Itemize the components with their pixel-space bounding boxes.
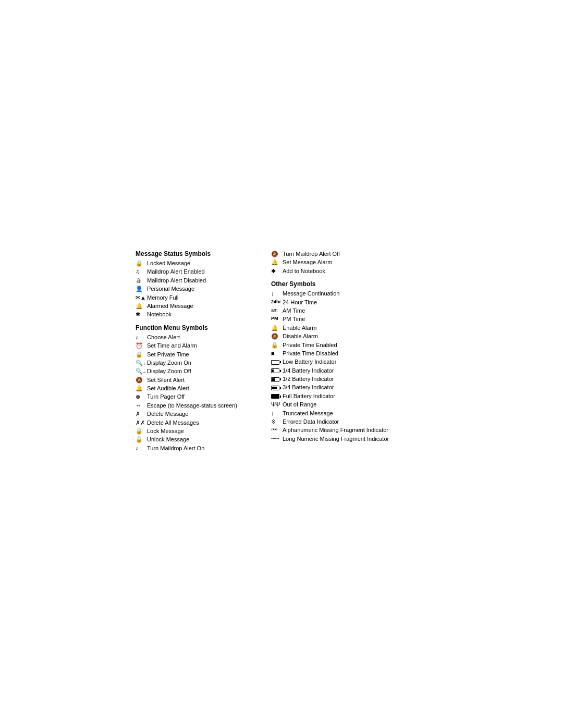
- set-audible-alert-icon: 🔔: [136, 385, 147, 392]
- full-battery-label: Full Battery Indicator: [283, 392, 335, 400]
- maildrop-on-icon: ♪: [136, 445, 147, 452]
- unlock-msg-icon: 🔓: [136, 436, 147, 443]
- three-quarter-battery-icon: [271, 384, 283, 391]
- right-top-list: 🔕 Turn Maildrop Alert Off 🔔 Set Message …: [271, 250, 389, 275]
- list-item: ΨΨ Out of Range: [271, 401, 389, 409]
- list-item: ※ Errored Data Indicator: [271, 418, 389, 426]
- alarmed-msg-icon: 🔔: [136, 302, 147, 310]
- batt-three-shape: [271, 386, 279, 390]
- full-battery-icon: [271, 392, 283, 400]
- list-item: 🔕 Turn Maildrop Alert Off: [271, 250, 389, 258]
- set-audible-alert-label: Set Audible Alert: [147, 385, 189, 392]
- display-zoom-on-label: Display Zoom On: [147, 359, 191, 367]
- list-item: am AM Time: [271, 307, 389, 315]
- long-numeric-missing-icon: ------: [271, 435, 283, 442]
- batt-half-shape: [271, 377, 279, 382]
- list-item: ↓ Message Continuation: [271, 290, 389, 298]
- message-status-list: 🔒 Locked Message ♫ Maildrop Alert Enable…: [136, 260, 250, 319]
- list-item: 🔍₋ Display Zoom Off: [136, 367, 250, 375]
- quarter-battery-icon: [271, 367, 283, 375]
- set-private-time-icon: 🔒: [136, 351, 147, 359]
- list-item: Full Battery Indicator: [271, 392, 389, 400]
- truncated-msg-icon: ↓: [271, 410, 283, 417]
- list-item: ⊗ Turn Pager Off: [136, 393, 250, 401]
- list-item: ⏰ Set Time and Alarm: [136, 342, 250, 350]
- notebook-label: Notebook: [147, 311, 172, 318]
- escape-icon: ↔: [136, 402, 147, 410]
- long-numeric-missing-label: Long Numeric Missing Fragment Indicator: [283, 435, 389, 443]
- private-time-disabled-label: Private Time Disabled: [283, 350, 338, 357]
- content-columns: Message Status Symbols 🔒 Locked Message …: [136, 250, 389, 455]
- function-menu-title: Function Menu Symbols: [136, 324, 250, 331]
- list-item: 🔒 Locked Message: [136, 260, 250, 267]
- out-of-range-icon: ΨΨ: [271, 401, 283, 409]
- set-time-alarm-label: Set Time and Alarm: [147, 342, 197, 350]
- personal-msg-label: Personal Message: [147, 285, 194, 293]
- truncated-msg-label: Truncated Message: [283, 410, 333, 417]
- unlock-msg-label: Unlock Message: [147, 436, 189, 443]
- notebook-icon: ✱: [136, 311, 147, 318]
- list-item: ■ Private Time Disabled: [271, 350, 389, 357]
- list-item: 24hr 24 Hour Time: [271, 299, 389, 306]
- memory-full-label: Memory Full: [147, 294, 179, 302]
- delete-msg-icon: ✗: [136, 410, 147, 418]
- list-item: 🔍₊ Display Zoom On: [136, 359, 250, 367]
- out-of-range-label: Out of Range: [283, 401, 316, 409]
- list-item: 🔔 Enable Alarm: [271, 324, 389, 332]
- set-silent-alert-icon: 🔕: [136, 376, 147, 384]
- maildrop-off-label: Turn Maildrop Alert Off: [283, 250, 340, 258]
- locked-msg-label: Locked Message: [147, 260, 190, 267]
- list-item: ------ Long Numeric Missing Fragment Ind…: [271, 435, 389, 443]
- maildrop-alert-off-label: Maildrop Alert Disabled: [147, 277, 206, 285]
- list-item: 🔕 Disable Alarm: [271, 332, 389, 340]
- list-item: Low Battery Indicator: [271, 358, 389, 366]
- maildrop-alert-off-icon: ♫̶: [136, 277, 147, 285]
- list-item: ✗✗ Delete All Messages: [136, 419, 250, 427]
- other-symbols-list: ↓ Message Continuation 24hr 24 Hour Time…: [271, 290, 389, 443]
- list-item: ♫ Maildrop Alert Enabled: [136, 268, 250, 276]
- add-notebook-icon: ✱: [271, 267, 283, 275]
- 24hr-icon: 24hr: [271, 299, 283, 305]
- list-item: ↓ Truncated Message: [271, 410, 389, 417]
- batt-empty-shape: [271, 360, 279, 365]
- display-zoom-on-icon: 🔍₊: [136, 359, 147, 367]
- delete-all-label: Delete All Messages: [147, 419, 199, 427]
- quarter-battery-label: 1/4 Battery Indicator: [283, 367, 334, 375]
- list-item: PM PM Time: [271, 315, 389, 323]
- list-item: 🔔 Alarmed Message: [136, 302, 250, 310]
- alarmed-msg-label: Alarmed Message: [147, 302, 193, 310]
- batt-full-shape: [271, 394, 279, 399]
- turn-pager-off-label: Turn Pager Off: [147, 393, 185, 401]
- list-item: ‹••› Alphanumeric Missing Fragment Indic…: [271, 426, 389, 434]
- pm-time-label: PM Time: [283, 315, 305, 323]
- alphanum-missing-label: Alphanumeric Missing Fragment Indicator: [283, 426, 388, 434]
- page: Message Status Symbols 🔒 Locked Message …: [0, 0, 563, 728]
- list-item: 1/4 Battery Indicator: [271, 367, 389, 375]
- set-time-alarm-icon: ⏰: [136, 342, 147, 350]
- batt-quarter-shape: [271, 368, 279, 373]
- list-item: 🔔 Set Message Alarm: [271, 258, 389, 266]
- choose-alert-icon: ♪: [136, 334, 147, 341]
- 24hr-label: 24 Hour Time: [283, 299, 317, 306]
- list-item: ♪ Turn Maildrop Alert On: [136, 445, 250, 452]
- function-menu-list: ♪ Choose Alert ⏰ Set Time and Alarm 🔒 Se…: [136, 334, 250, 452]
- low-battery-icon: [271, 358, 283, 366]
- list-item: ✉▲ Memory Full: [136, 294, 250, 302]
- list-item: 🔒 Private Time Enabled: [271, 341, 389, 349]
- right-column: 🔕 Turn Maildrop Alert Off 🔔 Set Message …: [271, 250, 389, 446]
- message-status-title: Message Status Symbols: [136, 250, 250, 257]
- am-time-icon: am: [271, 307, 283, 314]
- list-item: 3/4 Battery Indicator: [271, 384, 389, 391]
- delete-msg-label: Delete Message: [147, 410, 189, 418]
- escape-label: Escape (to Message-status screen): [147, 402, 237, 410]
- list-item: ✱ Add to Notebook: [271, 267, 389, 275]
- other-symbols-title: Other Symbols: [271, 280, 389, 288]
- three-quarter-battery-label: 3/4 Battery Indicator: [283, 384, 334, 391]
- delete-all-icon: ✗✗: [136, 419, 147, 427]
- msg-continuation-label: Message Continuation: [283, 290, 339, 298]
- disable-alarm-label: Disable Alarm: [283, 332, 318, 340]
- lock-msg-label: Lock Message: [147, 427, 184, 435]
- alphanum-missing-icon: ‹••›: [271, 426, 283, 433]
- list-item: ↔ Escape (to Message-status screen): [136, 402, 250, 410]
- am-time-label: AM Time: [283, 307, 305, 315]
